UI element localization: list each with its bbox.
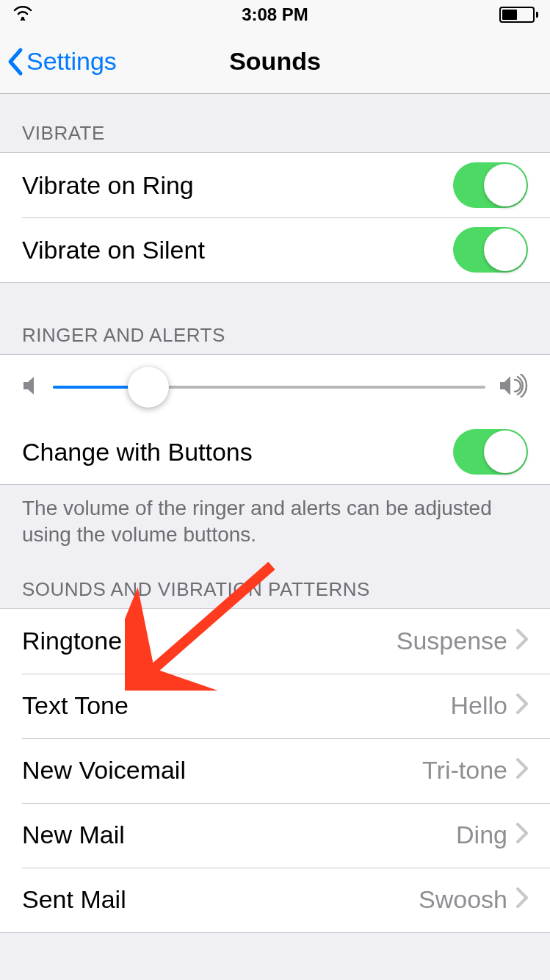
chevron-right-icon — [516, 756, 528, 785]
row-label: New Voicemail — [22, 756, 422, 785]
row-value: Hello — [451, 691, 507, 720]
svg-point-0 — [21, 17, 24, 20]
row-vibrate-on-silent[interactable]: Vibrate on Silent — [0, 217, 550, 282]
row-sent-mail[interactable]: Sent Mail Swoosh — [0, 868, 550, 932]
row-ringtone[interactable]: Ringtone Suspense — [0, 609, 550, 674]
wifi-icon — [12, 4, 34, 25]
section-header-vibrate: VIBRATE — [0, 94, 550, 152]
section-header-patterns: SOUNDS AND VIBRATION PATTERNS — [0, 556, 550, 608]
nav-bar: Settings Sounds — [0, 29, 550, 94]
toggle-vibrate-on-silent[interactable] — [453, 227, 528, 273]
row-new-mail[interactable]: New Mail Ding — [0, 803, 550, 868]
section-header-ringer: RINGER AND ALERTS — [0, 283, 550, 354]
battery-icon — [499, 7, 538, 23]
row-label: Text Tone — [22, 691, 451, 720]
row-label: Vibrate on Ring — [22, 171, 453, 200]
slider-thumb[interactable] — [128, 367, 169, 408]
row-label: Change with Buttons — [22, 438, 453, 466]
row-text-tone[interactable]: Text Tone Hello — [0, 674, 550, 738]
row-value: Suspense — [397, 627, 507, 655]
row-vibrate-on-ring[interactable]: Vibrate on Ring — [0, 153, 550, 217]
page-title: Sounds — [229, 47, 321, 76]
toggle-vibrate-on-ring[interactable] — [453, 162, 528, 208]
back-label: Settings — [26, 47, 117, 76]
row-value: Swoosh — [419, 885, 507, 914]
chevron-right-icon — [516, 821, 528, 849]
row-label: Ringtone — [22, 627, 397, 655]
row-label: New Mail — [22, 821, 456, 849]
section-footer-ringer: The volume of the ringer and alerts can … — [0, 485, 550, 556]
speaker-low-icon — [22, 375, 40, 399]
toggle-change-with-buttons[interactable] — [453, 429, 528, 475]
status-time: 3:08 PM — [242, 4, 308, 25]
chevron-right-icon — [516, 691, 528, 720]
row-label: Vibrate on Silent — [22, 236, 453, 264]
row-label: Sent Mail — [22, 885, 419, 914]
row-change-with-buttons[interactable]: Change with Buttons — [0, 419, 550, 484]
speaker-high-icon — [499, 374, 528, 400]
chevron-right-icon — [516, 885, 528, 914]
row-value: Tri-tone — [422, 756, 507, 785]
row-value: Ding — [456, 821, 507, 849]
battery-level — [502, 10, 517, 20]
chevron-left-icon — [6, 47, 25, 76]
back-button[interactable]: Settings — [0, 47, 117, 76]
group-ringer: Change with Buttons — [0, 354, 550, 485]
group-patterns: Ringtone Suspense Text Tone Hello New Vo… — [0, 608, 550, 933]
volume-slider[interactable] — [53, 386, 485, 389]
status-bar: 3:08 PM — [0, 0, 550, 29]
chevron-right-icon — [516, 627, 528, 655]
row-new-voicemail[interactable]: New Voicemail Tri-tone — [0, 738, 550, 803]
group-vibrate: Vibrate on Ring Vibrate on Silent — [0, 152, 550, 283]
row-volume-slider[interactable] — [0, 355, 550, 419]
